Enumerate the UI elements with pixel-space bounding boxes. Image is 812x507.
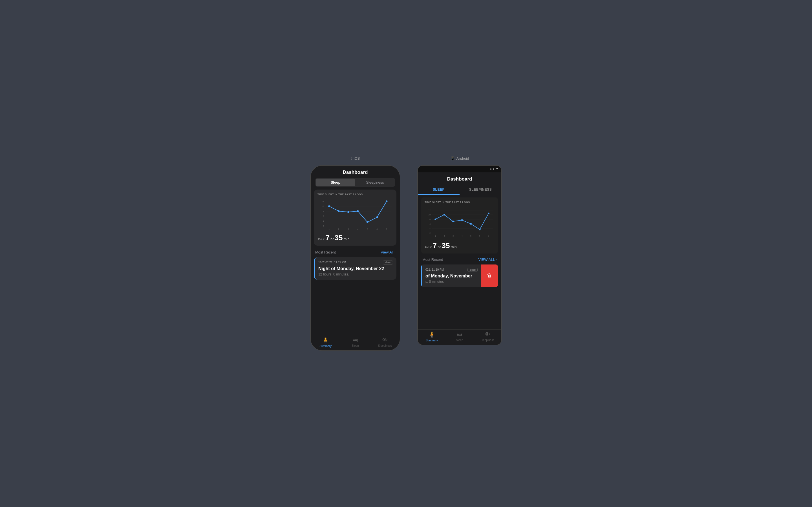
svg-text:6: 6 xyxy=(479,235,480,237)
android-tab-sleep[interactable]: SLEEP xyxy=(418,185,460,195)
svg-point-22 xyxy=(357,210,359,212)
signal-icon: ● xyxy=(490,167,492,170)
svg-text:4: 4 xyxy=(323,220,324,222)
svg-text:10: 10 xyxy=(428,214,431,216)
android-avg-hr-unit: hr xyxy=(438,245,441,249)
android-tabbar: 🧍 Summary 🛏 Sleep 👁 Sleepiness xyxy=(418,329,501,345)
svg-text:4: 4 xyxy=(357,228,358,230)
ios-phone-wrapper:  iOS Dashboard Sleep Sleepiness TIME SL… xyxy=(310,156,400,351)
ios-tabbar-sleepiness[interactable]: 👁 Sleepiness xyxy=(370,337,400,348)
svg-text:3: 3 xyxy=(348,228,349,230)
android-avg-min-unit: min xyxy=(451,245,456,249)
android-label-text: Android xyxy=(456,156,469,161)
android-delete-action[interactable]: 🗑 xyxy=(481,265,498,287)
svg-text:2: 2 xyxy=(323,225,324,227)
ios-avg-minutes: 35 xyxy=(335,233,343,242)
svg-text:12: 12 xyxy=(322,200,324,203)
android-tabbar-sleep[interactable]: 🛏 Sleep xyxy=(446,331,474,342)
svg-text:7: 7 xyxy=(386,228,387,230)
ios-most-recent-label: Most Recent xyxy=(315,250,336,255)
android-phone-wrapper: 📱 Android ● ● ▼ Dashboard SLEEP SLEEPINE… xyxy=(417,156,502,345)
ios-dashboard-title: Dashboard xyxy=(311,166,400,178)
android-sleep-card-content[interactable]: 021, 11:19 PM sleep of Monday, November … xyxy=(421,265,481,287)
android-view-all[interactable]: VIEW ALL › xyxy=(478,258,497,262)
ios-card-duration: 12 hours, 0 minutes. xyxy=(318,272,393,276)
android-card-duration: s, 0 minutes. xyxy=(425,280,477,284)
android-sleep-label: Sleep xyxy=(456,339,463,342)
android-tabbar-summary[interactable]: 🧍 Summary xyxy=(418,331,446,342)
svg-point-24 xyxy=(376,216,378,218)
ios-avg-row: AVG: 7 hr 35 min xyxy=(317,233,393,242)
android-tabbar-sleepiness[interactable]: 👁 Sleepiness xyxy=(473,331,501,342)
android-chart-area: 12 10 8 6 4 2 1 2 3 4 5 6 xyxy=(424,205,495,239)
scene:  iOS Dashboard Sleep Sleepiness TIME SL… xyxy=(293,139,519,368)
android-content: Dashboard SLEEP SLEEPINESS TIME SLEPT IN… xyxy=(418,172,501,345)
android-avg-minutes: 35 xyxy=(442,241,450,250)
ios-view-all-text: View All xyxy=(380,250,393,255)
svg-text:4: 4 xyxy=(429,227,430,229)
ios-chart-card: TIME SLEPT IN THE PAST 7 LOGS 12 10 xyxy=(314,189,396,245)
android-tab-bar[interactable]: SLEEP SLEEPINESS xyxy=(418,185,501,195)
svg-text:5: 5 xyxy=(470,235,471,237)
ios-chart-svg: 12 10 8 6 4 2 1 2 3 4 5 6 xyxy=(317,198,393,231)
svg-point-19 xyxy=(328,205,330,207)
android-summary-label: Summary xyxy=(426,339,438,342)
ios-sleep-card[interactable]: 11/23/2021, 11:19 PM sleep Night of Mond… xyxy=(314,257,396,280)
wifi-icon: ● xyxy=(493,167,495,170)
android-icon: 📱 xyxy=(450,156,455,161)
ios-chevron-right-icon: › xyxy=(394,250,395,255)
android-chart-svg: 12 10 8 6 4 2 1 2 3 4 5 6 xyxy=(424,205,495,239)
svg-text:5: 5 xyxy=(367,228,368,230)
svg-text:1: 1 xyxy=(435,235,436,237)
ios-tab-sleep[interactable]: Sleep xyxy=(316,179,355,186)
android-card-date: 021, 11:19 PM xyxy=(425,268,444,271)
android-view-all-text: VIEW ALL xyxy=(478,258,495,262)
ios-sleepiness-label: Sleepiness xyxy=(378,344,392,347)
android-tab-sleepiness[interactable]: SLEEPINESS xyxy=(460,185,501,195)
svg-text:2: 2 xyxy=(444,235,445,237)
svg-point-20 xyxy=(338,210,340,212)
ios-avg-min-unit: min xyxy=(343,237,349,241)
android-swipe-card[interactable]: 021, 11:19 PM sleep of Monday, November … xyxy=(421,265,498,287)
ios-avg-label: AVG: xyxy=(317,237,324,241)
android-sleep-icon: 🛏 xyxy=(457,331,462,338)
ios-tabbar: 🧍 Summary 🛏 Sleep 👁 Sleepiness xyxy=(311,335,400,350)
android-section-header: Most Recent VIEW ALL › xyxy=(418,256,501,263)
ios-chart-title: TIME SLEPT IN THE PAST 7 LOGS xyxy=(317,193,393,196)
android-sleepiness-icon: 👁 xyxy=(485,331,490,338)
svg-text:1: 1 xyxy=(328,228,329,230)
ios-card-title: Night of Monday, November 22 xyxy=(318,266,393,271)
ios-tabbar-summary[interactable]: 🧍 Summary xyxy=(311,337,340,348)
ios-segmented-control[interactable]: Sleep Sleepiness xyxy=(315,178,395,187)
svg-text:4: 4 xyxy=(462,235,463,237)
ios-sleep-badge: sleep xyxy=(383,261,393,265)
ios-tabbar-sleep[interactable]: 🛏 Sleep xyxy=(340,337,370,348)
android-status-bar: ● ● ▼ xyxy=(418,166,501,172)
android-card-title: of Monday, November xyxy=(425,274,477,279)
android-sleepiness-label: Sleepiness xyxy=(480,339,494,342)
svg-point-45 xyxy=(435,218,436,220)
android-avg-row: AVG: 7 hr 35 min xyxy=(424,241,495,250)
ios-view-all[interactable]: View All › xyxy=(380,250,395,255)
apple-icon:  xyxy=(351,156,352,161)
ios-tab-sleepiness[interactable]: Sleepiness xyxy=(355,179,395,186)
android-card-header: 021, 11:19 PM sleep xyxy=(425,268,477,272)
battery-icon: ▼ xyxy=(496,167,499,170)
ios-card-header: 11/23/2021, 11:19 PM sleep xyxy=(318,261,393,265)
android-summary-icon: 🧍 xyxy=(428,331,435,338)
svg-text:2: 2 xyxy=(429,232,430,234)
svg-point-50 xyxy=(479,228,481,230)
android-phone: ● ● ▼ Dashboard SLEEP SLEEPINESS TIME SL… xyxy=(417,165,502,345)
android-avg-label: AVG: xyxy=(424,245,432,249)
ios-phone: Dashboard Sleep Sleepiness TIME SLEPT IN… xyxy=(310,165,400,351)
svg-point-21 xyxy=(347,211,349,213)
ios-section-header: Most Recent View All › xyxy=(311,248,400,256)
android-chart-card: TIME SLEPT IN THE PAST 7 LOGS 12 10 xyxy=(421,198,498,253)
svg-point-46 xyxy=(444,214,445,216)
svg-text:3: 3 xyxy=(453,235,454,237)
svg-point-48 xyxy=(461,219,463,221)
svg-text:8: 8 xyxy=(323,210,324,212)
svg-text:7: 7 xyxy=(488,235,489,237)
android-avg-hours: 7 xyxy=(433,241,437,250)
android-sleep-badge: sleep xyxy=(467,268,477,272)
